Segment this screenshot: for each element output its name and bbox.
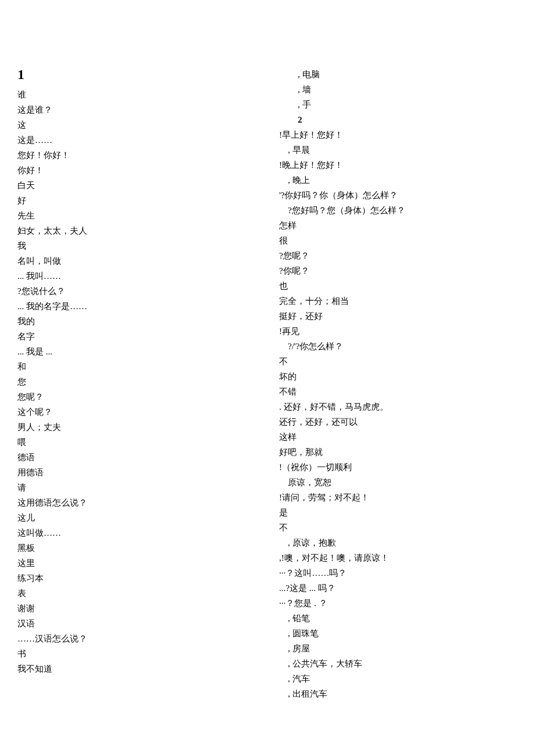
vocab-line: 好吧，那就: [279, 445, 518, 460]
vocab-line: , 电脑: [279, 67, 518, 82]
vocab-line: 这用德语怎么说？: [17, 495, 256, 510]
vocab-line: !请问，劳驾；对不起！: [279, 490, 518, 505]
vocab-line: 原谅，宽恕: [279, 475, 518, 490]
vocab-line: 男人；丈夫: [17, 420, 256, 435]
vocab-line: 和: [17, 359, 256, 374]
vocab-line: 书: [17, 646, 256, 661]
vocab-line: 好: [17, 193, 256, 208]
vocab-line: 完全，十分；相当: [279, 293, 518, 309]
vocab-line: , 房屋: [279, 641, 518, 656]
vocab-line: 我的: [17, 314, 256, 329]
vocab-line: 我不知道: [17, 661, 256, 676]
vocab-line: !晚上好！您好！: [279, 157, 518, 173]
vocab-line: 汉语: [17, 616, 256, 631]
vocab-line: , 汽车: [279, 671, 518, 686]
vocab-line: ... 我的名字是……: [17, 299, 256, 314]
vocab-line: 这: [17, 117, 256, 132]
vocab-line: , 出租汽车: [279, 686, 518, 701]
vocab-line: 妇女，太太，夫人: [17, 223, 256, 238]
right-column: , 电脑 , 墙 , 手 2 !早上好！您好！ , 早晨 !晚上好！您好！ , …: [268, 67, 518, 701]
vocab-line: ?您好吗？您（身体）怎么样？: [279, 203, 518, 218]
vocab-line: 不: [279, 354, 518, 369]
vocab-line: 先生: [17, 208, 256, 223]
vocab-line: ,!噢，对不起！噢，请原谅！: [279, 550, 518, 565]
section-number-1: 1: [17, 67, 256, 83]
vocab-line: , 墙: [279, 82, 518, 97]
section-number-2: 2: [279, 112, 518, 127]
vocab-line: 我: [17, 238, 256, 253]
page-content: 1 谁 这是谁？ 这 这是…… 您好！你好！ 你好！ 白天 好 先生 妇女，太太…: [0, 0, 535, 701]
vocab-line: 也: [279, 278, 518, 293]
vocab-line: 表: [17, 586, 256, 601]
vocab-line: 谢谢: [17, 601, 256, 616]
vocab-line: 德语: [17, 450, 256, 465]
vocab-line: !再见: [279, 324, 518, 339]
vocab-line: 坏的: [279, 369, 518, 384]
vocab-line: ... 我叫……: [17, 268, 256, 284]
vocab-line: 不错: [279, 384, 518, 399]
vocab-line: 黑板: [17, 540, 256, 556]
vocab-line: 怎样: [279, 218, 518, 233]
vocab-line: 这叫做……: [17, 525, 256, 540]
vocab-line: 很: [279, 233, 518, 248]
vocab-line: , 晚上: [279, 173, 518, 188]
vocab-line: 这是谁？: [17, 102, 256, 117]
vocab-line: 这儿: [17, 510, 256, 525]
vocab-line: 你好！: [17, 163, 256, 178]
vocab-line: 这个呢？: [17, 404, 256, 420]
vocab-line: , 圆珠笔: [279, 626, 518, 641]
vocab-line: 是: [279, 505, 518, 520]
vocab-line: 这样: [279, 429, 518, 445]
vocab-line: ... 我是 ...: [17, 344, 256, 359]
vocab-line: 用德语: [17, 465, 256, 480]
vocab-line: ?你呢？: [279, 263, 518, 278]
vocab-line: 您好！你好！: [17, 148, 256, 163]
vocab-line: , 公共汽车，大轿车: [279, 656, 518, 671]
vocab-line: ...?这是 ... 吗？: [279, 581, 518, 596]
vocab-line: 白天: [17, 178, 256, 193]
vocab-line: 您: [17, 374, 256, 389]
vocab-line: '?你好吗？你（身体）怎么样？: [279, 188, 518, 203]
vocab-line: . 还好，好不错，马马虎虎。: [279, 399, 518, 414]
vocab-line: 您呢？: [17, 389, 256, 404]
vocab-line: ···？这叫……吗？: [279, 565, 518, 581]
vocab-line: ?/'?你怎么样？: [279, 339, 518, 354]
vocab-line: !早上好！您好！: [279, 127, 518, 142]
vocab-line: 练习本: [17, 571, 256, 586]
vocab-line: , 手: [279, 97, 518, 112]
vocab-line: 请: [17, 480, 256, 495]
vocab-line: 名叫，叫做: [17, 253, 256, 268]
vocab-line: 名字: [17, 329, 256, 344]
vocab-line: , 铅笔: [279, 611, 518, 626]
vocab-line: ?您说什么？: [17, 284, 256, 299]
vocab-line: 这是……: [17, 132, 256, 148]
left-column: 1 谁 这是谁？ 这 这是…… 您好！你好！ 你好！ 白天 好 先生 妇女，太太…: [17, 67, 268, 701]
vocab-line: 谁: [17, 87, 256, 102]
vocab-line: !（祝你）一切顺利: [279, 460, 518, 475]
vocab-line: 喂: [17, 435, 256, 450]
vocab-line: 还行，还好，还可以: [279, 414, 518, 429]
vocab-line: 这里: [17, 556, 256, 571]
vocab-line: 不: [279, 520, 518, 535]
vocab-line: ···？您是 . ？: [279, 596, 518, 611]
vocab-line: 挺好，还好: [279, 309, 518, 324]
vocab-line: ?您呢？: [279, 248, 518, 263]
vocab-line: ……汉语怎么说？: [17, 631, 256, 646]
vocab-line: , 原谅，抱歉: [279, 535, 518, 550]
vocab-line: , 早晨: [279, 142, 518, 157]
